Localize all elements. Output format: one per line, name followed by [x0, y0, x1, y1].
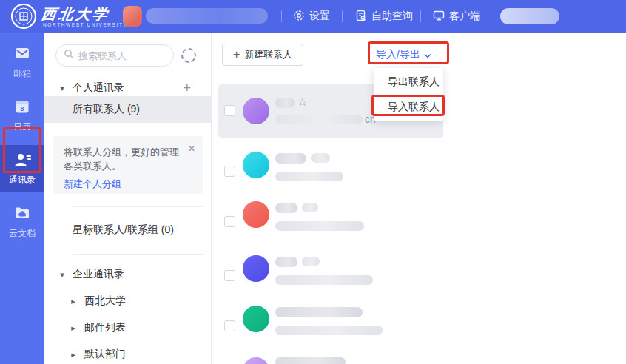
chevron-right-icon: ▸	[69, 297, 78, 306]
client-button[interactable]: 客户端	[433, 0, 480, 33]
app-window: 西北大学 NORTHWEST UNIVERSITY 设置	[0, 0, 626, 364]
menu-item-import-contacts[interactable]: 导入联系人	[374, 95, 443, 120]
rail-label-mail: 邮箱	[13, 67, 31, 80]
add-group-icon[interactable]: +	[183, 81, 191, 96]
star-icon[interactable]: ☆	[297, 95, 307, 109]
rail-item-clouddocs[interactable]: 云文档	[0, 198, 44, 246]
enterprise-section-label: 企业通讯录	[73, 268, 124, 281]
rail-label-clouddocs: 云文档	[9, 227, 36, 240]
contact-email-redacted	[275, 172, 343, 181]
panel-divider	[73, 254, 203, 255]
contact-avatar	[243, 152, 269, 178]
mail-icon	[13, 44, 31, 64]
new-contact-button[interactable]: + 新建联系人	[222, 44, 303, 66]
contact-row[interactable]	[212, 255, 463, 300]
contact-checkbox[interactable]	[224, 216, 235, 227]
header-divider	[281, 10, 282, 22]
contact-row[interactable]	[212, 306, 463, 350]
close-icon[interactable]: ✕	[188, 144, 195, 154]
contact-name-redacted	[275, 257, 297, 267]
plus-icon: +	[233, 48, 240, 61]
enterprise-item-maillist[interactable]: ▸ 邮件列表	[44, 317, 212, 339]
contact-avatar	[243, 201, 269, 228]
header-divider	[342, 10, 343, 22]
enterprise-item-default-dept[interactable]: ▸ 默认部门	[44, 343, 212, 364]
chevron-right-icon: ▸	[69, 350, 78, 360]
contact-name-redacted	[275, 307, 363, 317]
self-query-button[interactable]: 自助查询	[355, 0, 413, 33]
contact-name-redacted	[302, 203, 318, 212]
rail-label-calendar: 日历	[13, 121, 31, 133]
contact-checkbox[interactable]	[224, 320, 235, 331]
contact-avatar	[243, 255, 269, 282]
tip-text: 将联系人分组，更好的管理各类联系人。	[64, 145, 184, 173]
self-query-label: 自助查询	[371, 10, 413, 23]
rail-item-calendar[interactable]: 8 日历	[0, 92, 44, 139]
all-contacts-label: 所有联系人 (9)	[73, 103, 140, 116]
contact-name-redacted	[275, 357, 346, 364]
new-personal-group-link[interactable]: 新建个人分组	[64, 178, 121, 191]
menu-item-export-contacts[interactable]: 导出联系人	[374, 70, 443, 95]
contact-email-redacted	[275, 115, 363, 124]
contact-checkbox[interactable]	[224, 166, 235, 177]
settings-label: 设置	[309, 10, 330, 23]
calendar-icon: 8	[13, 98, 31, 118]
settings-button[interactable]: 设置	[293, 0, 330, 33]
rail-item-contacts[interactable]: 通讯录	[0, 145, 44, 192]
contact-row[interactable]	[212, 356, 463, 364]
gear-icon	[293, 10, 305, 24]
enterprise-item-label: 西北大学	[84, 294, 126, 308]
search-input[interactable]	[78, 50, 160, 61]
contact-checkbox[interactable]	[224, 270, 235, 281]
self-query-icon	[355, 10, 367, 24]
header-divider	[420, 10, 421, 22]
user-avatar[interactable]	[123, 6, 142, 27]
enterprise-item-label: 默认部门	[84, 348, 126, 361]
import-export-dropdown: 导出联系人 导入联系人	[374, 68, 443, 121]
logo-subtitle: NORTHWEST UNIVERSITY	[43, 22, 127, 27]
contact-checkbox[interactable]	[224, 105, 235, 116]
chevron-down-icon: ▾	[58, 270, 67, 280]
user-name-redacted	[146, 8, 268, 24]
contact-name-redacted	[275, 153, 306, 164]
header-account-redacted	[500, 8, 559, 24]
contacts-sidebar-panel: ▾ 个人通讯录 + 所有联系人 (9) 将联系人分组，更好的管理各类联系人。 ✕…	[44, 33, 212, 364]
import-export-button[interactable]: 导入/导出	[376, 48, 431, 61]
contact-row[interactable]	[212, 201, 463, 246]
university-seal-logo	[10, 3, 37, 33]
chevron-down-icon	[424, 49, 431, 61]
starred-contacts-item[interactable]: 星标联系人/联系组 (0)	[44, 219, 212, 241]
starred-label: 星标联系人/联系组 (0)	[73, 223, 174, 237]
search-icon	[64, 49, 74, 62]
contact-list-area: + 新建联系人 导入/导出 ☆ cn	[212, 33, 626, 364]
cloud-folder-icon	[13, 204, 31, 224]
refresh-icon[interactable]	[181, 48, 196, 63]
contact-avatar	[243, 306, 269, 332]
logo-title: 西北大学	[40, 4, 111, 24]
contact-avatar	[243, 98, 269, 124]
grouping-tip-card: 将联系人分组，更好的管理各类联系人。 ✕ 新建个人分组	[53, 136, 203, 194]
contact-avatar	[243, 357, 269, 364]
contact-email-redacted	[275, 221, 364, 231]
import-export-label: 导入/导出	[376, 48, 420, 61]
chevron-right-icon: ▸	[69, 323, 78, 333]
contact-name-redacted	[311, 153, 330, 163]
contact-name-redacted	[275, 98, 295, 108]
enterprise-item-university[interactable]: ▸ 西北大学	[44, 290, 212, 312]
svg-text:8: 8	[20, 105, 24, 112]
contact-name-redacted	[275, 203, 297, 213]
personal-section-label: 个人通讯录	[73, 81, 124, 95]
all-contacts-item[interactable]: 所有联系人 (9)	[44, 96, 212, 123]
enterprise-item-label: 邮件列表	[84, 321, 126, 334]
app-rail: 邮箱 8 日历 通讯录	[0, 33, 44, 364]
contacts-icon	[13, 151, 32, 171]
top-header: 西北大学 NORTHWEST UNIVERSITY 设置	[0, 0, 626, 33]
header-divider	[491, 10, 491, 22]
new-contact-label: 新建联系人	[244, 48, 292, 61]
rail-item-mail[interactable]: 邮箱	[0, 38, 44, 86]
contact-row[interactable]	[212, 151, 463, 195]
section-enterprise-contacts[interactable]: ▾ 企业通讯录	[44, 263, 212, 286]
contact-search-box[interactable]	[55, 44, 174, 67]
contact-name-redacted	[302, 257, 320, 266]
client-monitor-icon	[433, 10, 445, 24]
